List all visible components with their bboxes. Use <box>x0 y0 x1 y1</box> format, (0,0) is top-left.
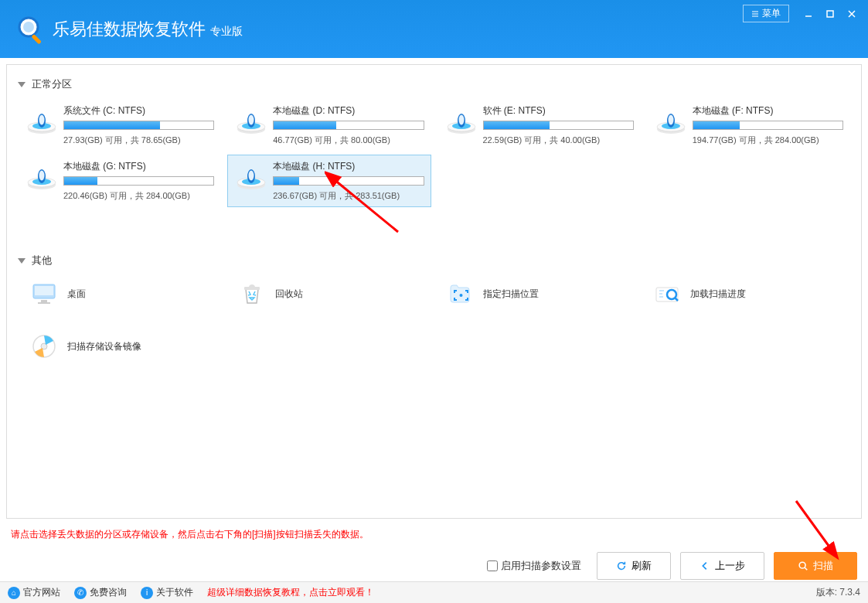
menu-button[interactable]: 菜单 <box>743 5 789 22</box>
partition-stats: 46.77(GB) 可用，共 80.00(GB) <box>273 135 424 146</box>
home-icon: ⌂ <box>8 587 20 599</box>
svg-point-13 <box>249 115 254 125</box>
load-icon <box>653 280 681 308</box>
checkbox-input[interactable] <box>487 560 498 571</box>
refresh-button[interactable]: 刷新 <box>597 552 671 580</box>
about-link[interactable]: i 关于软件 <box>141 586 193 599</box>
other-label: 回收站 <box>275 288 303 301</box>
partition-stats: 22.59(GB) 可用，共 40.00(GB) <box>483 135 634 146</box>
svg-rect-2 <box>31 34 41 44</box>
info-icon: i <box>141 587 153 599</box>
partition-item-3[interactable]: 本地磁盘 (F: NTFS)194.77(GB) 可用，共 284.00(GB) <box>647 99 850 152</box>
svg-rect-3 <box>827 11 833 17</box>
other-item-target[interactable]: 指定扫描位置 <box>441 275 643 312</box>
app-title: 乐易佳数据恢复软件 <box>53 18 206 41</box>
usage-bar <box>63 121 214 130</box>
enable-scan-params-checkbox[interactable]: 启用扫描参数设置 <box>487 559 581 573</box>
usage-bar <box>63 176 214 186</box>
partition-stats: 236.67(GB) 可用，共 283.51(GB) <box>273 190 424 202</box>
button-label: 上一步 <box>715 559 745 573</box>
link-label: 关于软件 <box>156 586 193 599</box>
partition-name: 本地磁盘 (F: NTFS) <box>693 104 843 118</box>
close-button[interactable] <box>842 5 862 22</box>
button-label: 扫描 <box>813 559 833 573</box>
partition-name: 本地磁盘 (D: NTFS) <box>273 104 424 118</box>
disk-icon <box>654 104 688 138</box>
menu-icon <box>751 10 759 18</box>
usage-bar <box>483 121 634 130</box>
partition-item-5[interactable]: 本地磁盘 (H: NTFS)236.67(GB) 可用，共 283.51(GB) <box>227 155 431 207</box>
section-normal-partitions[interactable]: 正常分区 <box>18 77 850 91</box>
other-label: 扫描存储设备镜像 <box>67 340 141 353</box>
partition-info: 本地磁盘 (H: NTFS)236.67(GB) 可用，共 283.51(GB) <box>273 160 424 202</box>
button-label: 刷新 <box>631 559 652 573</box>
usage-bar <box>273 121 424 130</box>
svg-point-1 <box>23 22 34 32</box>
arrow-left-icon <box>700 560 710 571</box>
partition-stats: 27.93(GB) 可用，共 78.65(GB) <box>63 135 214 146</box>
other-item-recycle[interactable]: 回收站 <box>233 275 435 312</box>
recycle-icon <box>238 280 266 308</box>
tutorial-link[interactable]: 超级详细数据恢复教程，点击立即观看！ <box>207 586 374 599</box>
partition-info: 软件 (E: NTFS)22.59(GB) 可用，共 40.00(GB) <box>483 104 634 146</box>
search-icon <box>798 560 808 571</box>
svg-point-44 <box>799 562 805 568</box>
scan-button[interactable]: 扫描 <box>774 552 857 580</box>
chevron-down-icon <box>18 258 26 264</box>
partition-name: 系统文件 (C: NTFS) <box>63 104 214 118</box>
minimize-button[interactable] <box>798 5 819 22</box>
other-label: 加载扫描进度 <box>690 288 746 301</box>
app-logo-icon <box>15 14 46 45</box>
svg-rect-37 <box>38 302 50 304</box>
partition-grid: 系统文件 (C: NTFS)27.93(GB) 可用，共 78.65(GB)本地… <box>18 99 850 207</box>
svg-point-18 <box>458 115 464 125</box>
partition-info: 系统文件 (C: NTFS)27.93(GB) 可用，共 78.65(GB) <box>63 104 214 146</box>
link-label: 官方网站 <box>23 586 60 599</box>
section-other[interactable]: 其他 <box>18 254 850 267</box>
partition-info: 本地磁盘 (D: NTFS)46.77(GB) 可用，共 80.00(GB) <box>273 104 424 146</box>
section-label: 其他 <box>32 254 52 267</box>
partition-name: 本地磁盘 (G: NTFS) <box>63 160 214 173</box>
disk-icon <box>234 160 268 194</box>
official-site-link[interactable]: ⌂ 官方网站 <box>8 586 60 599</box>
other-grid: 桌面回收站指定扫描位置加载扫描进度扫描存储设备镜像 <box>26 275 850 365</box>
other-item-disc[interactable]: 扫描存储设备镜像 <box>26 328 227 365</box>
main-content: 正常分区 系统文件 (C: NTFS)27.93(GB) 可用，共 78.65(… <box>0 58 868 522</box>
partition-info: 本地磁盘 (G: NTFS)220.46(GB) 可用，共 284.00(GB) <box>63 160 214 202</box>
prev-button[interactable]: 上一步 <box>680 552 764 580</box>
svg-rect-38 <box>244 287 260 290</box>
partition-item-4[interactable]: 本地磁盘 (G: NTFS)220.46(GB) 可用，共 284.00(GB) <box>18 155 221 207</box>
free-consult-link[interactable]: ✆ 免费咨询 <box>74 586 127 599</box>
partition-item-0[interactable]: 系统文件 (C: NTFS)27.93(GB) 可用，共 78.65(GB) <box>18 99 221 152</box>
other-label: 桌面 <box>67 288 86 301</box>
svg-point-33 <box>249 171 254 181</box>
partition-info: 本地磁盘 (F: NTFS)194.77(GB) 可用，共 284.00(GB) <box>693 104 843 146</box>
chat-icon: ✆ <box>74 587 87 599</box>
partition-name: 软件 (E: NTFS) <box>483 104 634 118</box>
titlebar: 乐易佳数据恢复软件 专业版 菜单 <box>0 0 868 58</box>
disk-icon <box>234 104 268 138</box>
disk-icon <box>25 160 59 194</box>
other-label: 指定扫描位置 <box>483 288 539 301</box>
refresh-icon <box>616 560 627 571</box>
main-panel: 正常分区 系统文件 (C: NTFS)27.93(GB) 可用，共 78.65(… <box>6 64 862 519</box>
disk-icon <box>25 104 59 138</box>
maximize-button[interactable] <box>820 5 840 22</box>
usage-bar <box>273 176 424 186</box>
svg-point-8 <box>39 115 45 125</box>
partition-name: 本地磁盘 (H: NTFS) <box>273 160 424 173</box>
partition-item-2[interactable]: 软件 (E: NTFS)22.59(GB) 可用，共 40.00(GB) <box>437 99 641 152</box>
other-item-load[interactable]: 加载扫描进度 <box>648 275 850 312</box>
action-bar: 启用扫描参数设置 刷新 上一步 扫描 <box>0 547 868 584</box>
desktop-icon <box>30 280 58 308</box>
chevron-down-icon <box>18 82 26 87</box>
partition-item-1[interactable]: 本地磁盘 (D: NTFS)46.77(GB) 可用，共 80.00(GB) <box>227 99 431 152</box>
other-item-desktop[interactable]: 桌面 <box>26 275 227 312</box>
svg-point-39 <box>459 294 462 297</box>
svg-rect-35 <box>35 286 53 295</box>
app-subtitle: 专业版 <box>210 25 243 39</box>
footer: ⌂ 官方网站 ✆ 免费咨询 i 关于软件 超级详细数据恢复教程，点击立即观看！ … <box>0 581 868 603</box>
partition-stats: 194.77(GB) 可用，共 284.00(GB) <box>693 135 843 146</box>
target-icon <box>446 280 474 308</box>
svg-rect-36 <box>41 300 47 302</box>
